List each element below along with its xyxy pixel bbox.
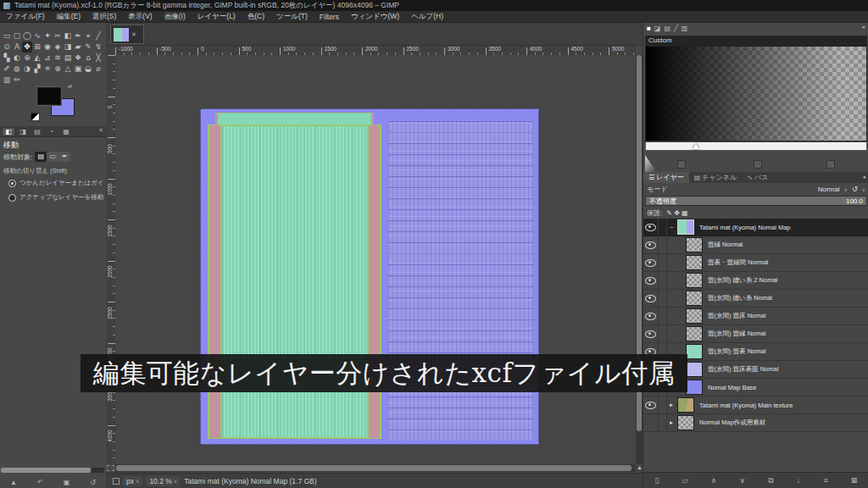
link-cell[interactable] (659, 308, 667, 325)
panel-tab-チャンネル[interactable]: ▤チャンネル (689, 172, 743, 183)
layers-footer-icon[interactable]: ≡ (823, 476, 827, 485)
visibility-cell[interactable] (643, 272, 659, 290)
tool-options-footer-icon[interactable]: ▲ (10, 479, 17, 486)
dock-tab-icon[interactable]: ◔ (46, 128, 58, 136)
eye-icon[interactable] (645, 402, 656, 409)
menu-item[interactable]: レイヤー(L) (192, 12, 242, 22)
horizontal-ruler[interactable]: -1000-5000500100015002000250030003500400… (115, 46, 636, 55)
tool-icon[interactable]: ✳ (42, 64, 53, 75)
tool-icon[interactable]: ⊞ (32, 42, 42, 53)
gradient-marker[interactable] (693, 143, 699, 149)
radio-button[interactable] (8, 180, 16, 187)
tool-icon[interactable]: ⌖ (83, 30, 93, 42)
tool-icon[interactable]: ╱ (93, 30, 103, 42)
default-colors-icon[interactable] (31, 113, 40, 121)
gradient-position-bar[interactable] (645, 141, 867, 151)
tool-icon[interactable]: ▚ (2, 53, 12, 64)
tool-icon[interactable]: ❖ (73, 53, 83, 64)
layer-row[interactable]: 畳(京間) 縫い糸 2 Nomal (643, 272, 868, 290)
tool-icon[interactable]: ✎ (83, 42, 93, 53)
layer-row[interactable]: 畳表・畳縁間 Normal (643, 254, 868, 272)
visibility-cell[interactable] (643, 219, 659, 236)
visibility-cell[interactable] (643, 254, 659, 272)
layers-footer-icon[interactable]: ∨ (739, 476, 745, 485)
tool-icon[interactable]: ◉ (42, 42, 53, 53)
unit-dropdown[interactable]: px ∨ (123, 476, 142, 486)
lock-icon[interactable]: ▦ (682, 209, 688, 217)
expander-icon[interactable]: − (667, 225, 676, 230)
menu-item[interactable]: 編集(E) (51, 12, 86, 22)
zoom-dropdown[interactable]: 10.2 % ∨ (146, 476, 181, 486)
menu-item[interactable]: Filters (314, 13, 345, 21)
tool-options-footer-icon[interactable]: ↺ (90, 479, 96, 486)
tool-icon[interactable]: ◒ (83, 64, 93, 75)
menu-item[interactable]: 色(C) (242, 12, 270, 22)
dock-menu-icon[interactable]: ◂ (861, 24, 865, 30)
dock-tab-icon[interactable]: ▤ (664, 25, 670, 32)
tool-icon[interactable]: ◑ (22, 64, 32, 75)
layer-row[interactable]: ▸Normal Map作成用素材 (643, 414, 868, 432)
move-target-button[interactable]: ▤ (35, 152, 47, 162)
gradient-button[interactable] (677, 160, 686, 169)
chevron-down-icon[interactable]: ∨ (843, 186, 847, 192)
tool-icon[interactable]: ◭ (32, 53, 42, 64)
tool-icon[interactable]: ↯ (93, 42, 103, 53)
tool-icon[interactable]: ▭ (2, 30, 12, 42)
dock-tab-icon[interactable]: ▥ (682, 25, 688, 32)
layer-row[interactable]: 畳(京間) 畳床 Nomal (643, 308, 868, 325)
eye-icon[interactable] (645, 295, 656, 302)
image-tab[interactable]: ✕ (110, 25, 144, 44)
menu-item[interactable]: ウィンドウ(W) (345, 12, 405, 22)
visibility-cell[interactable] (643, 236, 659, 254)
link-cell[interactable] (659, 290, 667, 308)
opacity-slider[interactable]: 不透明度 100.0 (645, 196, 867, 206)
eye-icon[interactable] (645, 330, 656, 338)
chevron-down-icon[interactable]: ∨ (862, 186, 865, 192)
normal-map-image[interactable] (200, 108, 539, 445)
tool-icon[interactable]: ✏ (12, 75, 22, 86)
gradient-preview[interactable] (645, 46, 867, 141)
tool-icon[interactable]: ▞ (32, 64, 42, 75)
gradient-button[interactable] (826, 160, 835, 169)
layers-footer-icon[interactable]: ▱ (682, 476, 688, 485)
eye-icon[interactable] (645, 241, 656, 249)
move-target-button[interactable]: ▭ (47, 152, 58, 162)
tool-icon[interactable]: ≋ (53, 53, 63, 64)
eye-icon[interactable] (645, 259, 656, 267)
tool-icon[interactable]: ▤ (63, 53, 73, 64)
tool-icon[interactable]: ✐ (2, 64, 12, 75)
dock-tab-icon[interactable]: ◧ (3, 128, 14, 136)
layers-footer-icon[interactable]: ∧ (711, 476, 717, 485)
layers-footer-icon[interactable]: ⧉ (768, 476, 773, 485)
menu-item[interactable]: 表示(V) (122, 12, 158, 22)
radio-option[interactable]: つかんだレイヤーまたはガイドを移動 (8, 179, 104, 187)
tool-icon[interactable]: ⊗ (53, 64, 63, 75)
menu-item[interactable]: ファイル(F) (0, 12, 51, 22)
vertical-ruler[interactable]: 05001000150020002500300035004000 (106, 55, 115, 464)
link-cell[interactable] (659, 219, 667, 236)
tool-icon[interactable]: △ (63, 64, 73, 75)
visibility-cell[interactable] (643, 308, 659, 325)
dock-tab-icon[interactable]: ▤ (31, 128, 43, 136)
lock-icon[interactable]: ✎ (666, 209, 674, 217)
link-cell[interactable] (659, 236, 667, 254)
layers-footer-icon[interactable]: ⊠ (851, 476, 858, 485)
quick-mask-toggle[interactable] (107, 465, 114, 471)
layers-footer-icon[interactable]: ↓ (797, 476, 801, 485)
radio-button[interactable] (8, 194, 16, 202)
expander-icon[interactable]: ▸ (667, 402, 676, 408)
link-cell[interactable] (659, 272, 667, 290)
layer-row[interactable]: ▸Tatami mat (Kyoma) Main texture (643, 396, 868, 414)
lock-icon[interactable]: ✥ (674, 209, 682, 217)
tool-icon[interactable]: ∿ (32, 30, 42, 42)
foreground-color-swatch[interactable] (37, 87, 61, 105)
tool-options-footer-icon[interactable]: ▣ (64, 479, 70, 486)
visibility-cell[interactable] (643, 325, 659, 343)
tool-icon[interactable]: ✥ (22, 42, 32, 53)
close-icon[interactable]: ✕ (98, 127, 103, 134)
swap-colors-icon[interactable]: ⇄ (68, 83, 72, 89)
visibility-cell[interactable] (643, 396, 659, 414)
menu-item[interactable]: ヘルプ(H) (405, 12, 449, 22)
tool-icon[interactable]: ✦ (42, 30, 53, 42)
tool-icon[interactable]: ◯ (22, 30, 32, 42)
